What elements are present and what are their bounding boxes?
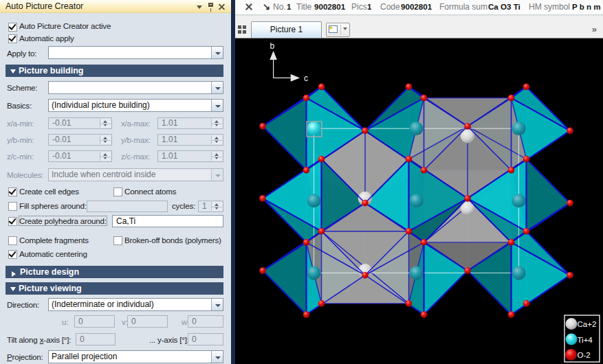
svg-text:b: b [270, 41, 275, 51]
svg-text:Ti+4: Ti+4 [578, 336, 593, 344]
svg-text:Ca+2: Ca+2 [578, 320, 597, 328]
svg-text:O-2: O-2 [578, 351, 591, 359]
svg-text:c: c [304, 73, 308, 83]
